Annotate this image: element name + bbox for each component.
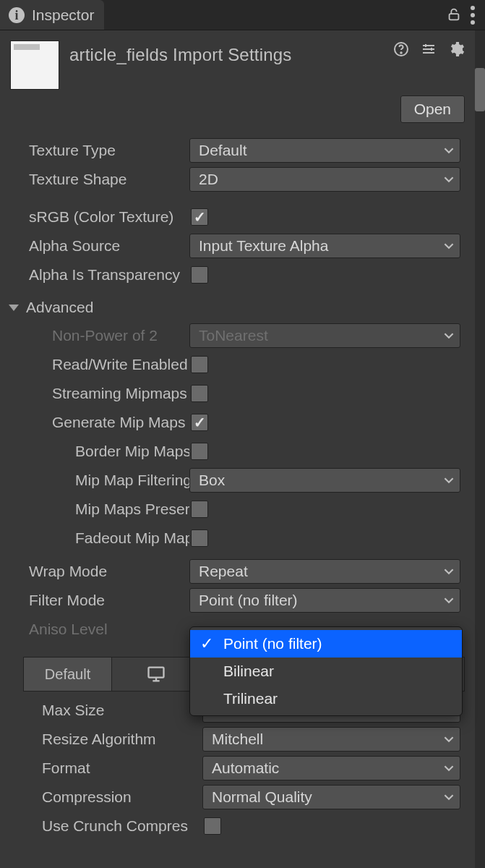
- border-mip-maps-checkbox[interactable]: [191, 443, 208, 460]
- inspector-tab[interactable]: Inspector: [0, 0, 104, 30]
- format-label: Format: [22, 760, 202, 777]
- filter-mode-dropdown[interactable]: Point (no filter): [189, 588, 460, 613]
- format-dropdown[interactable]: Automatic: [202, 756, 460, 780]
- texture-type-value: Default: [199, 142, 247, 159]
- filter-mode-option-trilinear[interactable]: Trilinear: [190, 685, 462, 712]
- kebab-menu-icon[interactable]: [471, 3, 475, 27]
- non-power-of-2-dropdown[interactable]: ToNearest: [189, 323, 460, 348]
- wrap-mode-value: Repeat: [199, 563, 248, 580]
- streaming-mipmaps-checkbox[interactable]: [191, 385, 208, 402]
- non-power-of-2-label: Non-Power of 2: [9, 327, 189, 344]
- mip-map-filtering-label: Mip Map Filtering: [9, 472, 189, 489]
- filter-mode-option-bilinear[interactable]: Bilinear: [190, 658, 462, 685]
- texture-type-dropdown[interactable]: Default: [189, 138, 460, 163]
- filter-mode-option-point-label: Point (no filter): [223, 635, 322, 652]
- texture-shape-label: Texture Shape: [9, 171, 189, 188]
- alpha-is-transparency-label: Alpha Is Transparency: [9, 266, 189, 284]
- read-write-label: Read/Write Enabled: [9, 356, 189, 373]
- asset-header: article_fields Import Settings: [0, 30, 475, 95]
- mip-maps-preserve-checkbox[interactable]: [191, 501, 208, 518]
- alpha-source-dropdown[interactable]: Input Texture Alpha: [189, 234, 460, 258]
- alpha-is-transparency-checkbox[interactable]: [191, 266, 208, 284]
- border-mip-maps-label: Border Mip Maps: [9, 443, 189, 460]
- monitor-icon: [146, 664, 166, 684]
- generate-mip-maps-checkbox[interactable]: [191, 414, 208, 431]
- srgb-checkbox[interactable]: [191, 208, 208, 226]
- streaming-mipmaps-label: Streaming Mipmaps: [9, 385, 189, 402]
- filter-mode-option-bilinear-label: Bilinear: [223, 663, 274, 680]
- platform-tab-standalone[interactable]: [112, 658, 200, 691]
- filter-mode-value: Point (no filter): [199, 592, 298, 609]
- texture-type-label: Texture Type: [9, 142, 189, 159]
- srgb-label: sRGB (Color Texture): [9, 208, 189, 226]
- filter-mode-option-trilinear-label: Trilinear: [223, 690, 278, 707]
- fadeout-mip-maps-label: Fadeout Mip Maps: [9, 529, 189, 547]
- mip-map-filtering-dropdown[interactable]: Box: [189, 468, 460, 493]
- advanced-foldout[interactable]: Advanced: [0, 294, 475, 321]
- fadeout-mip-maps-checkbox[interactable]: [191, 529, 208, 547]
- mip-maps-preserve-label: Mip Maps Preserve: [9, 501, 189, 518]
- resize-algorithm-value: Mitchell: [212, 731, 263, 748]
- svg-rect-8: [148, 668, 163, 678]
- platform-tab-default[interactable]: Default: [24, 658, 112, 691]
- open-button[interactable]: Open: [400, 95, 465, 123]
- advanced-label: Advanced: [26, 299, 93, 316]
- aniso-level-label: Aniso Level: [9, 621, 189, 638]
- platform-tab-default-label: Default: [45, 666, 90, 683]
- filter-mode-option-point[interactable]: ✓ Point (no filter): [190, 630, 462, 658]
- alpha-source-label: Alpha Source: [9, 237, 189, 255]
- compression-dropdown[interactable]: Normal Quality: [202, 785, 460, 809]
- check-icon: ✓: [200, 634, 213, 653]
- info-icon: [9, 7, 25, 23]
- preset-icon[interactable]: [420, 41, 437, 58]
- alpha-source-value: Input Texture Alpha: [199, 237, 328, 255]
- use-crunch-label: Use Crunch Compres: [22, 817, 202, 835]
- wrap-mode-label: Wrap Mode: [9, 563, 189, 580]
- compression-label: Compression: [22, 788, 202, 806]
- format-value: Automatic: [212, 760, 279, 777]
- filter-mode-label: Filter Mode: [9, 592, 189, 609]
- svg-rect-0: [450, 14, 459, 20]
- compression-value: Normal Quality: [212, 788, 312, 806]
- max-size-label: Max Size: [22, 702, 202, 719]
- svg-point-2: [400, 52, 402, 54]
- asset-title: article_fields Import Settings: [69, 41, 291, 90]
- chevron-down-icon: [9, 305, 19, 311]
- scrollbar-thumb[interactable]: [475, 68, 485, 111]
- title-bar: Inspector: [0, 0, 485, 30]
- resize-algorithm-dropdown[interactable]: Mitchell: [202, 727, 460, 752]
- resize-algorithm-label: Resize Algorithm: [22, 731, 202, 748]
- read-write-checkbox[interactable]: [191, 356, 208, 373]
- use-crunch-checkbox[interactable]: [204, 817, 221, 835]
- generate-mip-maps-label: Generate Mip Maps: [9, 414, 189, 431]
- inspector-tab-label: Inspector: [32, 7, 94, 24]
- filter-mode-popup: ✓ Point (no filter) Bilinear Trilinear: [189, 626, 463, 716]
- help-icon[interactable]: [392, 41, 410, 58]
- mip-map-filtering-value: Box: [199, 472, 225, 489]
- lock-icon[interactable]: [446, 7, 463, 24]
- gear-icon[interactable]: [447, 41, 465, 58]
- texture-shape-dropdown[interactable]: 2D: [189, 167, 460, 192]
- texture-shape-value: 2D: [199, 171, 218, 188]
- wrap-mode-dropdown[interactable]: Repeat: [189, 559, 460, 584]
- non-power-of-2-value: ToNearest: [199, 327, 268, 344]
- asset-thumbnail[interactable]: [10, 41, 59, 90]
